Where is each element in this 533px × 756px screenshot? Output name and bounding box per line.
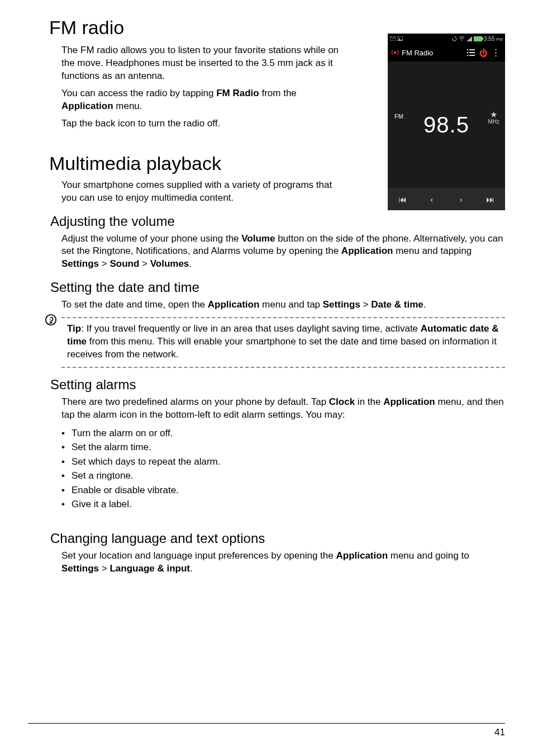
phone-app-title: FM Radio (402, 49, 465, 57)
battery-icon (474, 36, 482, 41)
prev-station-button[interactable]: ⏮ (388, 188, 417, 210)
phone-controls: ⏮ ‹ › ⏭ (388, 188, 505, 210)
list-item: •Set the alarm time. (61, 440, 505, 455)
power-icon[interactable]: ⏻ (477, 48, 489, 58)
fm-radio-screenshot: 3:55 PM FM Radio ⏻ ⋮ FM 98.5 ★ MHz ⏮ ‹ ›… (388, 34, 505, 210)
signal-icon (467, 36, 472, 41)
list-item: •Give it a label. (61, 497, 505, 512)
radio-app-icon (391, 49, 399, 56)
heading-language: Changing language and text options (50, 531, 505, 546)
phone-app-bar: FM Radio ⏻ ⋮ (388, 44, 505, 62)
list-icon[interactable] (465, 49, 477, 56)
page-footer: 41 (28, 723, 505, 738)
sync-icon (452, 36, 457, 41)
favorite-indicator[interactable]: ★ MHz (488, 111, 499, 125)
wifi-icon (459, 36, 465, 41)
band-label: FM (394, 113, 403, 120)
fm-paragraph-3: Tap the back icon to turn the radio off. (61, 117, 346, 130)
fm-paragraph-2: You can access the radio by tapping FM R… (61, 87, 346, 113)
fm-paragraph-1: The FM radio allows you to listen to you… (61, 44, 346, 83)
tip-box: Tip: If you travel frequently or live in… (61, 317, 505, 368)
svg-point-5 (467, 49, 469, 51)
svg-rect-6 (469, 49, 475, 50)
alarms-bullet-list: •Turn the alarm on or off. •Set the alar… (61, 426, 505, 512)
seek-up-button[interactable]: › (446, 188, 476, 210)
list-item: •Enable or disable vibrate. (61, 483, 505, 498)
svg-point-4 (394, 51, 397, 54)
mm-paragraph-1: Your smartphone comes supplied with a va… (61, 179, 346, 205)
list-item: •Set which days to repeat the alarm. (61, 455, 505, 469)
tip-icon (45, 314, 57, 326)
heading-alarms: Setting alarms (50, 377, 505, 393)
list-item: •Set a ringtone. (61, 469, 505, 483)
language-paragraph: Set your location and language input pre… (61, 550, 505, 575)
tip-text: Tip: If you travel frequently or live in… (61, 320, 505, 365)
overflow-menu-icon[interactable]: ⋮ (489, 48, 502, 58)
svg-rect-10 (469, 55, 475, 56)
status-ampm: PM (496, 37, 503, 42)
date-time-paragraph: To set the date and time, open the Appli… (61, 299, 505, 311)
heading-volume: Adjusting the volume (50, 214, 505, 229)
mail-icon (390, 36, 396, 41)
svg-point-7 (467, 52, 469, 54)
image-icon (397, 36, 403, 41)
next-station-button[interactable]: ⏭ (476, 188, 506, 210)
svg-rect-8 (469, 52, 475, 53)
heading-date-time: Setting the date and time (50, 280, 505, 295)
volume-paragraph: Adjust the volume of your phone using th… (61, 233, 505, 271)
seek-down-button[interactable]: ‹ (417, 188, 447, 210)
svg-point-9 (467, 55, 469, 56)
page-number: 41 (28, 727, 505, 738)
status-time: 3:55 (484, 36, 494, 42)
svg-point-12 (50, 319, 51, 320)
svg-point-3 (461, 39, 462, 40)
svg-point-2 (398, 37, 399, 39)
list-item: •Turn the alarm on or off. (61, 426, 505, 441)
frequency-value: 98.5 (423, 112, 469, 138)
phone-main-area: FM 98.5 ★ MHz (388, 62, 505, 188)
phone-status-bar: 3:55 PM (388, 34, 505, 44)
alarms-paragraph: There are two predefined alarms on your … (61, 396, 505, 422)
star-icon: ★ (488, 111, 499, 119)
unit-label: MHz (488, 119, 499, 125)
